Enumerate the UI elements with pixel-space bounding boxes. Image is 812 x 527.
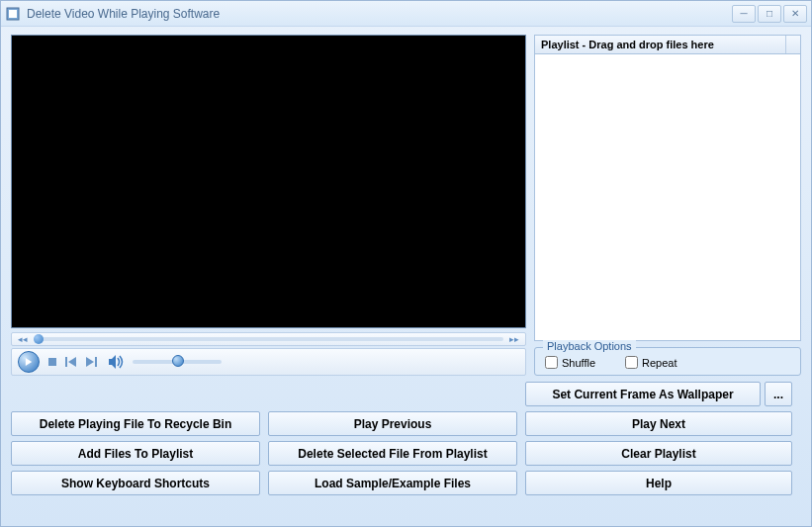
svg-rect-4	[65, 357, 67, 367]
seek-bar: ◂◂ ▸▸	[11, 332, 526, 346]
svg-marker-2	[26, 358, 32, 366]
svg-marker-8	[109, 355, 116, 369]
svg-marker-5	[68, 357, 76, 367]
video-display[interactable]	[11, 35, 526, 328]
volume-icon[interactable]	[109, 355, 125, 369]
right-panel: Playlist - Drag and drop files here Play…	[534, 35, 801, 376]
svg-marker-6	[86, 357, 94, 367]
load-sample-button[interactable]: Load Sample/Example Files	[268, 471, 517, 495]
delete-playing-button[interactable]: Delete Playing File To Recycle Bin	[11, 411, 260, 436]
player-controls: ◂◂ ▸▸	[11, 332, 526, 376]
delete-selected-button[interactable]: Delete Selected File From Playlist	[268, 441, 517, 466]
browse-button[interactable]: ...	[765, 382, 792, 406]
play-next-button[interactable]: Play Next	[525, 411, 792, 436]
volume-thumb[interactable]	[172, 355, 184, 367]
prev-track-icon[interactable]	[65, 357, 77, 367]
seek-forward-icon[interactable]: ▸▸	[507, 334, 521, 344]
svg-rect-1	[9, 10, 17, 18]
content-area: ◂◂ ▸▸	[1, 27, 811, 526]
seek-back-icon[interactable]: ◂◂	[16, 334, 30, 344]
seek-track[interactable]	[34, 337, 503, 341]
svg-rect-7	[95, 357, 97, 367]
button-grid: Set Current Frame As Wallpaper ... Delet…	[11, 382, 801, 516]
add-files-button[interactable]: Add Files To Playlist	[11, 441, 260, 466]
playlist-header[interactable]: Playlist - Drag and drop files here	[534, 35, 801, 54]
titlebar: Delete Video While Playing Software ─ □ …	[1, 1, 811, 27]
svg-rect-3	[48, 358, 56, 366]
next-track-icon[interactable]	[85, 357, 97, 367]
set-wallpaper-button[interactable]: Set Current Frame As Wallpaper	[525, 382, 761, 406]
clear-playlist-button[interactable]: Clear Playlist	[525, 441, 792, 466]
minimize-button[interactable]: ─	[732, 5, 756, 23]
show-shortcuts-button[interactable]: Show Keyboard Shortcuts	[11, 471, 260, 495]
window-title: Delete Video While Playing Software	[27, 7, 732, 21]
app-icon	[5, 6, 21, 22]
transport-controls	[11, 348, 526, 376]
stop-icon[interactable]	[47, 357, 57, 367]
play-button[interactable]	[18, 351, 40, 373]
repeat-checkbox[interactable]: Repeat	[625, 356, 677, 369]
help-button[interactable]: Help	[525, 471, 792, 495]
volume-slider[interactable]	[133, 360, 222, 364]
play-previous-button[interactable]: Play Previous	[268, 411, 517, 436]
video-panel: ◂◂ ▸▸	[11, 35, 526, 376]
window-controls: ─ □ ✕	[732, 5, 807, 23]
seek-thumb[interactable]	[34, 334, 44, 344]
repeat-label: Repeat	[642, 357, 677, 369]
shuffle-checkbox[interactable]: Shuffle	[545, 356, 595, 369]
close-button[interactable]: ✕	[783, 5, 807, 23]
app-window: Delete Video While Playing Software ─ □ …	[0, 0, 812, 527]
playback-options-legend: Playback Options	[543, 340, 636, 352]
shuffle-input[interactable]	[545, 356, 558, 369]
playlist-body[interactable]	[534, 48, 801, 341]
playback-options-group: Playback Options Shuffle Repeat	[534, 347, 801, 376]
shuffle-label: Shuffle	[562, 357, 595, 369]
repeat-input[interactable]	[625, 356, 638, 369]
maximize-button[interactable]: □	[758, 5, 781, 23]
